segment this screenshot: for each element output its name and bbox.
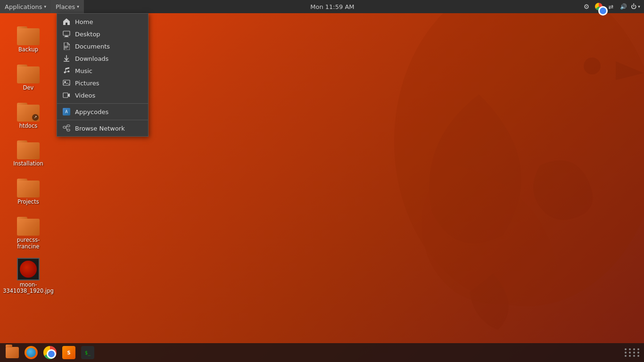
moon-file-thumbnail (17, 258, 40, 280)
desktop-icon-moon-file[interactable]: moon-3341038_1920.jpg (5, 255, 52, 298)
htdocs-label: htdocs (19, 123, 37, 130)
menu-label-appycodes: Appycodes (75, 108, 108, 115)
chrome-panel-icon[interactable] (593, 0, 604, 13)
installation-folder-icon (17, 137, 40, 159)
gear-icon: ⚙ (584, 3, 590, 10)
desktop-wallpaper (220, 0, 644, 339)
menu-item-appycodes[interactable]: A Appycodes (57, 106, 148, 118)
menu-label-videos: Videos (75, 92, 95, 99)
applications-arrow: ▾ (44, 4, 46, 9)
backup-folder-icon (17, 23, 40, 45)
moon-file-label: moon-3341038_1920.jpg (3, 282, 54, 295)
menu-label-desktop: Desktop (75, 31, 100, 38)
menu-item-downloads[interactable]: Downloads (57, 52, 148, 65)
htdocs-folder-icon: ↗ (17, 99, 40, 122)
dev-label: Dev (23, 85, 34, 91)
taskbar-firefox-icon[interactable] (23, 344, 40, 361)
browse-network-icon (63, 124, 70, 132)
videos-icon (63, 91, 70, 99)
svg-line-24 (66, 127, 67, 130)
desktop-icon (63, 30, 70, 38)
svg-point-3 (584, 58, 601, 74)
panel-datetime: Mon 11:59 AM (84, 3, 581, 10)
system-tray-dots (625, 348, 640, 357)
documents-icon (63, 42, 70, 50)
svg-rect-21 (67, 125, 70, 127)
menu-label-music: Music (75, 67, 92, 74)
desktop-icon-dev[interactable]: Dev (5, 58, 52, 94)
downloads-icon (63, 55, 70, 62)
volume-icon[interactable]: 🔊 (618, 0, 629, 13)
menu-item-videos[interactable]: Videos (57, 89, 148, 101)
home-icon (63, 18, 70, 25)
projects-label: Projects (17, 199, 39, 206)
pictures-icon (63, 79, 70, 87)
menu-item-browse-network[interactable]: Browse Network (57, 122, 148, 134)
installation-label: Installation (13, 161, 43, 167)
desktop-icons-container: Backup Dev ↗ htdocs Installation Pr (0, 19, 57, 298)
svg-rect-20 (63, 126, 66, 128)
places-arrow: ▾ (77, 4, 79, 9)
dev-folder-icon (17, 61, 40, 83)
menu-label-home: Home (75, 18, 93, 25)
music-icon (63, 67, 70, 74)
menu-item-home[interactable]: Home (57, 16, 148, 28)
svg-rect-22 (67, 129, 70, 131)
menu-label-browse-network: Browse Network (75, 125, 125, 132)
purecss-label: purecss-francine (8, 237, 48, 250)
desktop-icon-installation[interactable]: Installation (5, 134, 52, 170)
top-panel: Applications ▾ Places ▾ Mon 11:59 AM ⚙ ⇄… (0, 0, 644, 13)
applications-menu[interactable]: Applications ▾ (0, 0, 51, 13)
menu-item-documents[interactable]: Documents (57, 40, 148, 52)
taskbar-sublime-icon[interactable]: S (60, 344, 77, 361)
svg-rect-4 (63, 31, 70, 35)
menu-item-pictures[interactable]: Pictures (57, 77, 148, 89)
terminal-app-icon: $_ (81, 346, 94, 359)
power-icon: ⏻ (631, 3, 636, 10)
volume-speaker-icon: 🔊 (620, 3, 627, 10)
taskbar: S $_ (0, 343, 644, 362)
files-folder-icon (6, 347, 19, 358)
places-label: Places (56, 3, 75, 10)
desktop-icon-backup[interactable]: Backup (5, 20, 52, 56)
settings-icon[interactable]: ⚙ (581, 0, 592, 13)
svg-rect-19 (63, 93, 68, 98)
backup-label: Backup (18, 47, 38, 53)
desktop-icon-purecss-francine[interactable]: purecss-francine (5, 210, 52, 253)
taskbar-files-icon[interactable] (4, 344, 21, 361)
network-connections-icon: ⇄ (609, 3, 614, 10)
menu-label-documents: Documents (75, 43, 110, 50)
power-button[interactable]: ⏻ ▾ (630, 0, 641, 13)
places-menu[interactable]: Places ▾ (51, 0, 84, 13)
menu-label-downloads: Downloads (75, 55, 108, 62)
places-dropdown-menu: Home Desktop Documents (57, 13, 149, 137)
appycodes-logo: A (63, 108, 70, 115)
desktop-icon-htdocs[interactable]: ↗ htdocs (5, 96, 52, 132)
svg-point-12 (64, 72, 66, 74)
chrome-icon (595, 3, 603, 10)
menu-label-pictures: Pictures (75, 80, 99, 87)
power-dropdown-arrow: ▾ (638, 4, 640, 9)
purecss-folder-icon (17, 213, 40, 236)
projects-folder-icon (17, 175, 40, 197)
sublime-text-icon: S (62, 346, 75, 359)
symlink-overlay: ↗ (32, 114, 39, 121)
applications-label: Applications (5, 3, 42, 10)
chrome-browser-icon (43, 346, 57, 359)
menu-separator-1 (57, 103, 148, 104)
menu-item-music[interactable]: Music (57, 65, 148, 77)
panel-right: ⚙ ⇄ 🔊 ⏻ ▾ (581, 0, 644, 13)
panel-left: Applications ▾ Places ▾ (0, 0, 84, 13)
taskbar-chrome-icon[interactable] (41, 344, 58, 361)
menu-separator-2 (57, 120, 148, 120)
firefox-browser-icon (25, 346, 38, 359)
menu-item-desktop[interactable]: Desktop (57, 28, 148, 40)
desktop-icon-projects[interactable]: Projects (5, 172, 52, 208)
taskbar-terminal-icon[interactable]: $_ (79, 344, 96, 361)
appycodes-icon: A (63, 108, 70, 115)
